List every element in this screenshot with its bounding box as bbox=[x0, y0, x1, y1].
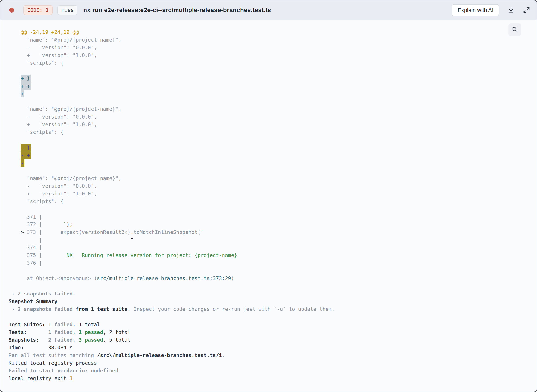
terminal-line: Snapshots: 2 failed, 3 passed, 5 total bbox=[9, 336, 537, 344]
terminal-line: + } bbox=[9, 75, 537, 82]
terminal-line: "scripts": { bbox=[9, 59, 537, 67]
terminal-line: + "version": "1.0.0", bbox=[9, 51, 537, 59]
terminal-line: + bbox=[9, 90, 537, 98]
terminal-line bbox=[9, 67, 537, 75]
terminal-line: 376 | bbox=[9, 259, 537, 267]
terminal-line bbox=[9, 313, 537, 321]
terminal-line bbox=[9, 267, 537, 275]
expand-icon bbox=[523, 7, 530, 14]
search-button[interactable] bbox=[508, 23, 521, 36]
status-dot bbox=[9, 8, 14, 13]
terminal-line: "name": "@proj/{project-name}", bbox=[9, 105, 537, 113]
terminal-line: > 373 | expect(versionResult2x).toMatchI… bbox=[9, 229, 537, 236]
terminal-line: - "version": "0.0.0", bbox=[9, 44, 537, 51]
terminal-line: 372 | `); bbox=[9, 221, 537, 229]
terminal-line: 371 | bbox=[9, 213, 537, 221]
terminal-line: local registry exit 1 bbox=[9, 375, 537, 382]
terminal-line: 375 | NX Running release version for pro… bbox=[9, 252, 537, 259]
terminal-line bbox=[9, 98, 537, 105]
exit-code-badge: CODE: 1 bbox=[23, 5, 52, 15]
task-output-window: CODE: 1 miss nx run e2e-release:e2e-ci--… bbox=[0, 0, 537, 392]
terminal-line bbox=[9, 167, 537, 175]
download-button[interactable] bbox=[508, 7, 514, 14]
terminal-line: Failed to start verdaccio: undefined bbox=[9, 367, 537, 375]
terminal-line bbox=[9, 282, 537, 290]
terminal-line: Killed local registry process bbox=[9, 359, 537, 367]
cache-miss-badge: miss bbox=[57, 5, 77, 15]
terminal-line: "scripts": { bbox=[9, 198, 537, 205]
terminal-line: - "version": "0.0.0", bbox=[9, 113, 537, 121]
terminal-line: "scripts": { bbox=[9, 128, 537, 136]
terminal-output: @@ -24,19 +24,19 @@ "name": "@proj/{proj… bbox=[0, 20, 537, 382]
terminal-line: at Object.<anonymous> (src/multiple-rele… bbox=[9, 275, 537, 282]
terminal-line: | ^ bbox=[9, 236, 537, 244]
terminal-line: › 2 snapshots failed. bbox=[9, 290, 537, 298]
terminal-line: - } bbox=[9, 144, 537, 151]
terminal-line: Time: 38.034 s bbox=[9, 344, 537, 352]
task-title: nx run e2e-release:e2e-ci--src/multiple-… bbox=[83, 7, 271, 14]
download-icon bbox=[508, 7, 514, 14]
terminal-line bbox=[9, 136, 537, 144]
terminal-line: "name": "@proj/{project-name}", bbox=[9, 36, 537, 44]
search-icon bbox=[512, 26, 518, 33]
terminal-line: - + bbox=[9, 151, 537, 159]
terminal-line: + "version": "1.0.0", bbox=[9, 190, 537, 198]
task-header: CODE: 1 miss nx run e2e-release:e2e-ci--… bbox=[0, 0, 537, 20]
explain-with-ai-button[interactable]: Explain with AI bbox=[452, 4, 499, 16]
terminal-line: Snapshot Summary bbox=[9, 298, 537, 305]
terminal-line: - bbox=[9, 159, 537, 167]
terminal-line: 374 | bbox=[9, 244, 537, 252]
terminal-line: + "version": "1.0.0", bbox=[9, 121, 537, 128]
fullscreen-button[interactable] bbox=[523, 7, 530, 14]
terminal-line: Ran all test suites matching /src\/multi… bbox=[9, 352, 537, 359]
terminal-line: Test Suites: 1 failed, 1 total bbox=[9, 321, 537, 328]
terminal-panel: @@ -24,19 +24,19 @@ "name": "@proj/{proj… bbox=[0, 20, 537, 392]
terminal-line: › 2 snapshots failed from 1 test suite. … bbox=[9, 305, 537, 313]
terminal-line: - "version": "0.0.0", bbox=[9, 182, 537, 190]
terminal-line: @@ -24,19 +24,19 @@ bbox=[9, 28, 537, 36]
terminal-line bbox=[9, 205, 537, 213]
terminal-line: Tests: 1 failed, 1 passed, 2 total bbox=[9, 328, 537, 336]
terminal-line: "name": "@proj/{project-name}", bbox=[9, 175, 537, 182]
terminal-line: + + bbox=[9, 82, 537, 90]
